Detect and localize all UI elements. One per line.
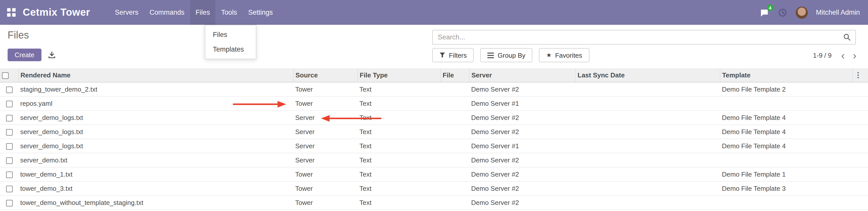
row-checkbox[interactable] (6, 143, 12, 150)
cell-file[interactable] (440, 195, 469, 209)
favorites-button[interactable]: ★ Favorites (539, 48, 589, 62)
cell-rendered-name[interactable]: tower_demo_1.txt (18, 167, 293, 181)
nav-tools[interactable]: Tools (216, 0, 243, 25)
cell-file-type[interactable]: Text (358, 124, 440, 139)
row-select-cell[interactable] (0, 167, 18, 181)
cell-server[interactable]: Demo Server #1 (469, 96, 575, 110)
cell-rendered-name[interactable]: server_demo_logs.txt (18, 110, 293, 124)
table-row[interactable]: server_demo.txt Server Text Demo Server … (0, 153, 868, 167)
nav-files[interactable]: Files (190, 0, 216, 25)
apps-grid-icon[interactable] (7, 8, 16, 17)
cell-rendered-name[interactable]: server_demo_logs.txt (18, 139, 293, 153)
cell-file-type[interactable]: Text (358, 139, 440, 153)
cell-rendered-name[interactable]: tower_demo_3.txt (18, 181, 293, 195)
dropdown-item-files[interactable]: Files (205, 27, 256, 42)
column-header-last-sync-date[interactable]: Last Sync Date (575, 68, 720, 82)
row-select-cell[interactable] (0, 124, 18, 139)
dropdown-item-templates[interactable]: Templates (205, 42, 256, 57)
cell-template[interactable] (720, 96, 852, 110)
cell-last-sync-date[interactable] (575, 181, 720, 195)
cell-file-type[interactable]: Text (358, 153, 440, 167)
cell-last-sync-date[interactable] (575, 82, 720, 96)
user-avatar[interactable] (796, 6, 808, 19)
cell-server[interactable]: Demo Server #2 (469, 167, 575, 181)
row-select-cell[interactable] (0, 153, 18, 167)
cell-file[interactable] (440, 124, 469, 139)
cell-template[interactable]: Demo File Template 2 (720, 82, 852, 96)
table-row[interactable]: tower_demo_1.txt Tower Text Demo Server … (0, 167, 868, 181)
cell-source[interactable]: Tower (293, 167, 358, 181)
search-input[interactable] (433, 33, 841, 41)
optional-columns-toggle[interactable]: ⋮ (852, 68, 868, 82)
table-row[interactable]: tower_demo_3.txt Tower Text Demo Server … (0, 181, 868, 195)
nav-settings[interactable]: Settings (243, 0, 279, 25)
row-checkbox[interactable] (6, 86, 12, 93)
column-header-file[interactable]: File (440, 68, 469, 82)
row-checkbox[interactable] (6, 100, 12, 107)
activities-icon[interactable] (777, 7, 787, 18)
pager-previous-button[interactable]: ‹ (839, 50, 847, 60)
cell-rendered-name[interactable]: repos.yaml (18, 96, 293, 110)
cell-source[interactable]: Tower (293, 96, 358, 110)
row-select-cell[interactable] (0, 181, 18, 195)
cell-source[interactable]: Server (293, 139, 358, 153)
cell-source[interactable]: Tower (293, 82, 358, 96)
cell-server[interactable]: Demo Server #2 (469, 181, 575, 195)
cell-rendered-name[interactable]: staging_tower_demo_2.txt (18, 82, 293, 96)
row-checkbox[interactable] (6, 115, 12, 121)
row-checkbox[interactable] (6, 129, 12, 135)
filters-button[interactable]: Filters (432, 48, 474, 62)
select-all-checkbox[interactable] (2, 72, 9, 79)
cell-file-type[interactable]: Text (358, 96, 440, 110)
table-row[interactable]: staging_tower_demo_2.txt Tower Text Demo… (0, 82, 868, 96)
row-select-cell[interactable] (0, 195, 18, 209)
column-header-server[interactable]: Server (469, 68, 575, 82)
cell-rendered-name[interactable]: server_demo_logs.txt (18, 124, 293, 139)
cell-file[interactable] (440, 82, 469, 96)
column-header-template[interactable]: Template (720, 68, 852, 82)
cell-file-type[interactable]: Text (358, 110, 440, 124)
row-select-cell[interactable] (0, 139, 18, 153)
pager-next-button[interactable]: › (850, 50, 859, 60)
cell-server[interactable]: Demo Server #2 (469, 124, 575, 139)
search-button[interactable] (841, 33, 855, 41)
column-header-source[interactable]: Source (293, 68, 358, 82)
cell-server[interactable]: Demo Server #2 (469, 110, 575, 124)
column-header-file-type[interactable]: File Type (358, 68, 440, 82)
user-menu[interactable]: Mitchell Admin (816, 9, 860, 16)
cell-last-sync-date[interactable] (575, 96, 720, 110)
cell-last-sync-date[interactable] (575, 153, 720, 167)
cell-last-sync-date[interactable] (575, 124, 720, 139)
table-row[interactable]: server_demo_logs.txt Server Text Demo Se… (0, 124, 868, 139)
cell-last-sync-date[interactable] (575, 167, 720, 181)
row-select-cell[interactable] (0, 96, 18, 110)
cell-file[interactable] (440, 181, 469, 195)
cell-file-type[interactable]: Text (358, 181, 440, 195)
nav-commands[interactable]: Commands (144, 0, 190, 25)
cell-file-type[interactable]: Text (358, 167, 440, 181)
cell-source[interactable]: Server (293, 110, 358, 124)
cell-file[interactable] (440, 153, 469, 167)
cell-file-type[interactable]: Text (358, 195, 440, 209)
cell-template[interactable] (720, 195, 852, 209)
table-row[interactable]: tower_demo_without_template_staging.txt … (0, 195, 868, 209)
cell-template[interactable]: Demo File Template 3 (720, 181, 852, 195)
cell-server[interactable]: Demo Server #2 (469, 82, 575, 96)
cell-source[interactable]: Tower (293, 181, 358, 195)
messages-icon[interactable]: 4 (759, 7, 769, 18)
cell-template[interactable]: Demo File Template 4 (720, 139, 852, 153)
cell-last-sync-date[interactable] (575, 110, 720, 124)
row-checkbox[interactable] (6, 200, 12, 206)
row-checkbox[interactable] (6, 185, 12, 192)
app-title[interactable]: Cetmix Tower (23, 7, 90, 18)
cell-rendered-name[interactable]: tower_demo_without_template_staging.txt (18, 195, 293, 209)
create-button[interactable]: Create (8, 49, 41, 61)
row-checkbox[interactable] (6, 171, 12, 178)
cell-server[interactable]: Demo Server #2 (469, 195, 575, 209)
table-row[interactable]: server_demo_logs.txt Server Text Demo Se… (0, 110, 868, 124)
row-select-cell[interactable] (0, 110, 18, 124)
column-header-rendered-name[interactable]: Rendered Name (18, 68, 293, 82)
cell-source[interactable]: Tower (293, 195, 358, 209)
cell-server[interactable]: Demo Server #1 (469, 139, 575, 153)
table-row[interactable]: repos.yaml Tower Text Demo Server #1 (0, 96, 868, 110)
